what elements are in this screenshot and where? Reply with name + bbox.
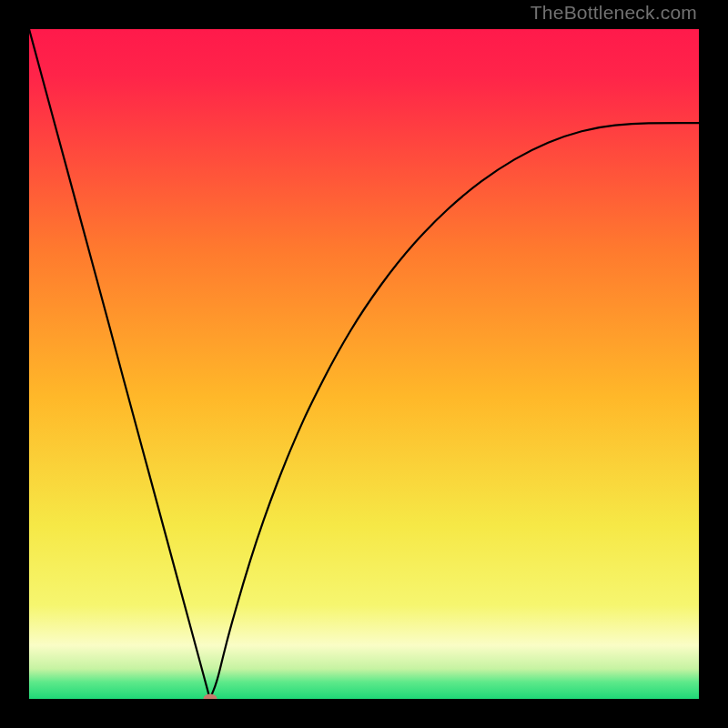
minimum-marker <box>203 694 217 700</box>
chart-frame: TheBottleneck.com <box>0 0 728 728</box>
plot-area <box>29 29 699 699</box>
bottleneck-curve <box>29 29 699 699</box>
watermark-text: TheBottleneck.com <box>531 2 697 24</box>
